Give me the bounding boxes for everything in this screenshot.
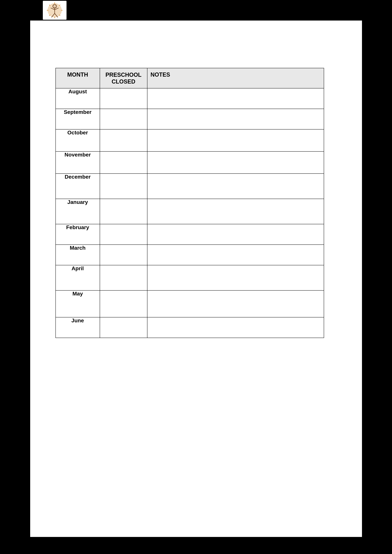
closed-cell [100, 152, 147, 173]
table-row: January [56, 199, 324, 224]
notes-cell [147, 199, 324, 224]
closed-cell [100, 291, 147, 317]
notes-cell [147, 245, 324, 265]
closed-cell [100, 224, 147, 245]
notes-cell [147, 109, 324, 129]
page-wrapper: MONTH PRESCHOOL CLOSED NOTES AugustSepte… [30, 0, 362, 537]
closed-cell [100, 199, 147, 224]
month-header: MONTH [56, 68, 100, 88]
svg-point-16 [55, 6, 56, 6]
logo-icon [44, 2, 66, 19]
month-cell: December [56, 173, 100, 199]
month-cell: April [56, 265, 100, 291]
main-content: MONTH PRESCHOOL CLOSED NOTES AugustSepte… [30, 21, 362, 347]
notes-cell [147, 88, 324, 109]
closed-cell [100, 109, 147, 129]
notes-cell [147, 317, 324, 338]
closed-cell [100, 317, 147, 338]
notes-cell [147, 224, 324, 245]
table-row: August [56, 88, 324, 109]
table-row: May [56, 291, 324, 317]
month-cell: June [56, 317, 100, 338]
closed-cell [100, 173, 147, 199]
month-cell: January [56, 199, 100, 224]
table-row: March [56, 245, 324, 265]
table-row: October [56, 129, 324, 152]
title-section [56, 30, 337, 62]
table-row: December [56, 173, 324, 199]
table-row: April [56, 265, 324, 291]
month-cell: March [56, 245, 100, 265]
logo-container [43, 1, 67, 20]
table-row: September [56, 109, 324, 129]
svg-point-15 [54, 6, 54, 6]
schedule-table: MONTH PRESCHOOL CLOSED NOTES AugustSepte… [56, 68, 324, 338]
closed-cell [100, 265, 147, 291]
month-cell: May [56, 291, 100, 317]
closed-cell [100, 88, 147, 109]
table-row: November [56, 152, 324, 173]
month-cell: September [56, 109, 100, 129]
notes-cell [147, 173, 324, 199]
month-cell: October [56, 129, 100, 152]
notes-cell [147, 129, 324, 152]
notes-header: NOTES [147, 68, 324, 88]
notes-cell [147, 152, 324, 173]
notes-cell [147, 291, 324, 317]
month-cell: November [56, 152, 100, 173]
table-row: February [56, 224, 324, 245]
notes-cell [147, 265, 324, 291]
closed-cell [100, 129, 147, 152]
table-header-row: MONTH PRESCHOOL CLOSED NOTES [56, 68, 324, 88]
table-body: AugustSeptemberOctoberNovemberDecemberJa… [56, 88, 324, 338]
header-bar [30, 0, 362, 21]
month-cell: February [56, 224, 100, 245]
month-cell: August [56, 88, 100, 109]
table-row: June [56, 317, 324, 338]
closed-header: PRESCHOOL CLOSED [100, 68, 147, 88]
closed-cell [100, 245, 147, 265]
